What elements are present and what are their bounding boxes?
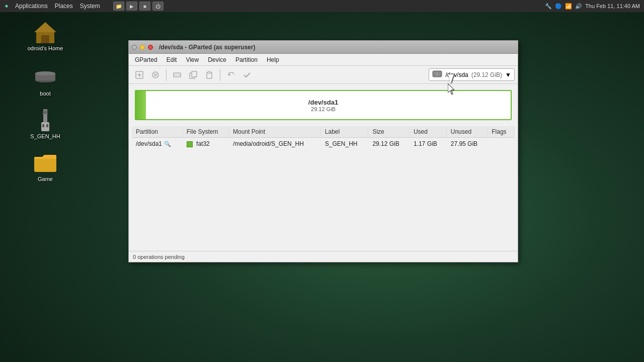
svg-marker-27 xyxy=(228,73,231,75)
panel-right: 🔧 🔵 📶 🔊 Thu Feb 11, 11:40 AM xyxy=(545,3,644,10)
window-close-btn[interactable] xyxy=(148,45,153,50)
toolbar-apply-btn[interactable] xyxy=(239,68,255,82)
menu-places[interactable]: Places xyxy=(52,2,76,11)
desktop-icon-usb[interactable]: S_GEN_HH xyxy=(25,108,65,139)
volume-icon: 🔊 xyxy=(575,3,582,10)
wifi-icon: 📶 xyxy=(565,3,572,10)
status-text: 0 operations pending xyxy=(133,254,185,260)
top-panel: O Applications Places System 📁 ▶ ■ ⏻ 🔧 🔵… xyxy=(0,0,644,12)
partition-used-bar xyxy=(136,91,146,119)
taskbar: 📁 ▶ ■ ⏻ xyxy=(113,2,164,11)
game-folder-icon xyxy=(33,151,57,175)
disk-name: /dev/sda xyxy=(445,71,468,78)
svg-marker-3 xyxy=(34,22,56,32)
menu-edit[interactable]: Edit xyxy=(163,55,181,64)
partition-visual-size: 29.12 GiB xyxy=(311,106,336,112)
toolbar-sep-2 xyxy=(220,69,220,81)
cell-unused: 27.95 GiB xyxy=(446,138,488,150)
cell-partition: /dev/sda1 🔍 xyxy=(132,138,182,150)
table-row[interactable]: /dev/sda1 🔍 fat32 /media/odroid/S_GEN_HH… xyxy=(132,138,515,150)
col-partition: Partition xyxy=(132,126,182,138)
cell-flags xyxy=(488,138,515,150)
col-used: Used xyxy=(409,126,446,138)
desktop-icon-boot[interactable]: boot xyxy=(25,65,65,97)
system-logo-icon: O xyxy=(2,2,11,11)
home-icon xyxy=(33,20,57,44)
fs-type-text: fat32 xyxy=(196,140,210,147)
svg-rect-14 xyxy=(34,157,56,172)
usb-icon xyxy=(33,108,57,132)
menu-applications[interactable]: Applications xyxy=(12,2,51,11)
toolbar-sep-1 xyxy=(166,69,167,81)
toolbar-delete-btn[interactable] xyxy=(148,68,163,82)
svg-rect-12 xyxy=(46,124,48,127)
fs-color-indicator xyxy=(187,141,193,147)
boot-icon xyxy=(33,65,57,89)
col-flags: Flags xyxy=(488,126,515,138)
table-container: Partition File System Mount Point Label … xyxy=(129,126,518,150)
taskbar-stop[interactable]: ■ xyxy=(139,2,150,11)
svg-rect-26 xyxy=(208,71,211,73)
window-titlebar: /dev/sda - GParted (as superuser) xyxy=(129,41,518,54)
menu-help[interactable]: Help xyxy=(263,55,283,64)
taskbar-filemgr[interactable]: 📁 xyxy=(113,2,124,11)
svg-point-30 xyxy=(437,73,438,74)
desktop-icon-home[interactable]: odroid's Home xyxy=(25,20,65,51)
menu-device[interactable]: Device xyxy=(204,55,230,64)
toolbar-new-btn[interactable] xyxy=(132,68,147,82)
menubar: GParted Edit View Device Partition Help xyxy=(129,54,518,66)
game-label: Game xyxy=(25,176,65,182)
window-maximize-btn[interactable] xyxy=(140,45,145,50)
toolbar-undo-btn[interactable] xyxy=(223,68,238,82)
svg-text:O: O xyxy=(6,6,8,8)
disk-selector[interactable]: /dev/sda (29.12 GiB) ▼ xyxy=(429,68,515,81)
disk-dropdown-icon: ▼ xyxy=(505,71,511,78)
svg-rect-24 xyxy=(192,71,197,77)
cell-used: 1.17 GiB xyxy=(409,138,446,150)
zoom-icon: 🔍 xyxy=(164,141,171,147)
toolbar-paste-btn[interactable] xyxy=(202,68,217,82)
table-header-row: Partition File System Mount Point Label … xyxy=(132,126,515,138)
cell-filesystem: fat32 xyxy=(182,138,228,150)
disk-selector-icon xyxy=(432,70,442,79)
col-label: Label xyxy=(320,126,368,138)
partition-visual[interactable]: /dev/sda1 29.12 GiB xyxy=(135,90,512,120)
menu-gparted[interactable]: GParted xyxy=(131,55,162,64)
partition-name-text: /dev/sda1 xyxy=(136,140,162,147)
window-title: /dev/sda - GParted (as superuser) xyxy=(159,44,255,51)
svg-point-8 xyxy=(35,71,55,75)
cell-label: S_GEN_HH xyxy=(320,138,368,150)
menu-view[interactable]: View xyxy=(182,55,203,64)
cell-mountpoint: /media/odroid/S_GEN_HH xyxy=(229,138,321,150)
gparted-window: /dev/sda - GParted (as superuser) GParte… xyxy=(128,40,518,262)
cell-size: 29.12 GiB xyxy=(368,138,410,150)
datetime-display: Thu Feb 11, 11:40 AM xyxy=(585,3,640,9)
home-label: odroid's Home xyxy=(25,45,65,51)
taskbar-power[interactable]: ⏻ xyxy=(152,2,164,11)
boot-label: boot xyxy=(25,90,65,97)
svg-rect-4 xyxy=(41,35,49,43)
svg-marker-13 xyxy=(42,109,48,114)
statusbar: 0 operations pending xyxy=(129,251,518,262)
bluetooth-icon: 🔵 xyxy=(555,3,562,10)
menu-partition[interactable]: Partition xyxy=(231,55,262,64)
network-icon: 🔧 xyxy=(545,3,552,10)
col-mountpoint: Mount Point xyxy=(229,126,321,138)
col-size: Size xyxy=(368,126,410,138)
taskbar-play[interactable]: ▶ xyxy=(126,2,137,11)
partition-table: Partition File System Mount Point Label … xyxy=(132,126,515,150)
toolbar-copy-btn[interactable] xyxy=(186,68,201,82)
usb-label: S_GEN_HH xyxy=(25,133,65,139)
partition-visual-name: /dev/sda1 xyxy=(308,99,338,106)
menu-system[interactable]: System xyxy=(77,2,103,11)
col-unused: Unused xyxy=(446,126,488,138)
desktop-icon-game[interactable]: Game xyxy=(25,151,65,182)
window-minimize-btn[interactable] xyxy=(132,45,137,50)
partition-diagram-container: /dev/sda1 29.12 GiB xyxy=(129,84,518,126)
col-filesystem: File System xyxy=(182,126,228,138)
disk-size: (29.12 GiB) xyxy=(471,71,502,78)
toolbar-resize-btn[interactable] xyxy=(170,68,185,82)
svg-rect-11 xyxy=(42,124,44,127)
toolbar-right: /dev/sda (29.12 GiB) ▼ xyxy=(429,68,515,81)
toolbar: /dev/sda (29.12 GiB) ▼ xyxy=(129,66,518,84)
